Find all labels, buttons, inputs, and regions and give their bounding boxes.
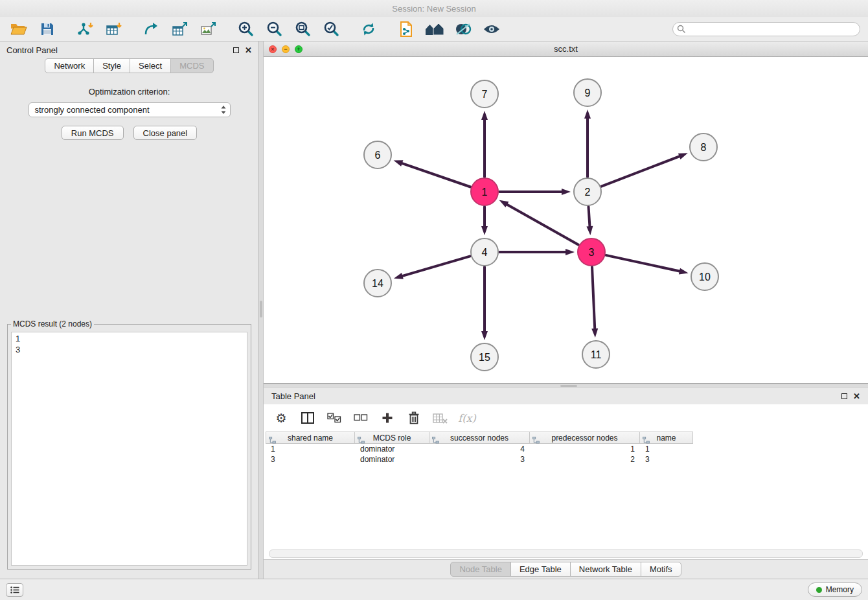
graph-edge-2-9[interactable] (584, 110, 591, 177)
cell-MCDS-role[interactable]: dominator (355, 454, 429, 465)
graph-node-10[interactable]: 10 (691, 263, 718, 290)
function-builder-button[interactable]: f(x) (459, 410, 475, 426)
cell-successor-nodes[interactable]: 3 (429, 454, 530, 465)
graph-node-1[interactable]: 1 (471, 178, 498, 205)
refresh-icon (361, 21, 376, 37)
control-tab-network[interactable]: Network (45, 58, 94, 73)
show-panels-button[interactable] (6, 583, 23, 597)
horizontal-splitter[interactable] (264, 384, 868, 387)
cell-successor-nodes[interactable]: 4 (429, 444, 530, 454)
control-tab-style[interactable]: Style (93, 58, 130, 73)
table-tab-motifs[interactable]: Motifs (641, 562, 681, 577)
graph-node-7[interactable]: 7 (471, 80, 498, 108)
apply-layout-button[interactable] (358, 19, 380, 39)
show-graphics-details-button[interactable] (481, 19, 503, 39)
delete-rows-button[interactable] (405, 410, 422, 426)
table-row[interactable]: 1dominator411 (266, 444, 868, 454)
graph-edge-4-15[interactable] (481, 267, 488, 340)
cell-predecessor-nodes[interactable]: 1 (530, 444, 640, 454)
table-row[interactable]: 3dominator323 (266, 454, 868, 465)
table-tab-edge-table[interactable]: Edge Table (510, 562, 571, 577)
float-table-panel-icon[interactable] (841, 393, 847, 399)
close-table-panel-icon[interactable]: ✕ (853, 392, 860, 400)
graph-node-8[interactable]: 8 (690, 133, 717, 161)
export-image-button[interactable] (197, 19, 219, 39)
import-network-button[interactable] (74, 19, 96, 39)
close-panel-button[interactable]: Close panel (133, 126, 198, 140)
graph-node-3[interactable]: 3 (578, 238, 605, 266)
graph-node-4[interactable]: 4 (471, 238, 498, 266)
close-panel-icon[interactable]: ✕ (245, 46, 252, 54)
split-column-button[interactable] (299, 410, 316, 426)
control-tab-mcds[interactable]: MCDS (170, 58, 213, 73)
graph-edge-4-3[interactable] (499, 249, 575, 255)
criterion-dropdown[interactable]: strongly connected component (29, 102, 231, 117)
graph-node-6[interactable]: 6 (364, 141, 391, 168)
graph-edge-2-3[interactable] (586, 207, 593, 235)
cell-name[interactable]: 3 (640, 454, 693, 465)
column-header-MCDS-role[interactable]: MCDS role (355, 432, 429, 444)
export-network-button[interactable] (140, 19, 162, 39)
add-column-button[interactable] (379, 410, 396, 426)
export-table-button[interactable] (168, 19, 190, 39)
mcds-home-button[interactable] (424, 19, 446, 39)
mcds-result-item[interactable]: 1 (16, 333, 243, 344)
search-input[interactable] (672, 22, 860, 36)
vertical-splitter-handle[interactable] (260, 301, 262, 317)
zoom-selected-button[interactable] (320, 19, 342, 39)
graph-node-14[interactable]: 14 (364, 270, 391, 297)
memory-button[interactable]: Memory (808, 583, 862, 597)
zoom-out-button[interactable] (263, 19, 285, 39)
open-session-button[interactable] (8, 19, 30, 39)
column-header-name[interactable]: name (640, 432, 693, 444)
svg-text:1: 1 (482, 187, 488, 198)
table-tab-network-table[interactable]: Network Table (570, 562, 641, 577)
graph-edge-1-2[interactable] (499, 189, 571, 195)
graph-edge-1-4[interactable] (481, 207, 488, 235)
maximize-window-button[interactable]: + (295, 45, 303, 53)
column-header-successor-nodes[interactable]: successor nodes (429, 432, 530, 444)
import-table-button[interactable] (102, 19, 124, 39)
table-settings-button[interactable]: ⚙ (273, 410, 290, 426)
network-canvas[interactable]: 7968124310141511 (264, 57, 868, 383)
cell-shared-name[interactable]: 3 (266, 454, 355, 465)
column-header-shared-name[interactable]: shared name (266, 432, 355, 444)
graph-edge-2-8[interactable] (601, 153, 687, 186)
mcds-result-item[interactable]: 3 (16, 344, 243, 355)
graph-edge-3-10[interactable] (606, 255, 688, 275)
mcds-panel-body: Optimization criterion: strongly connect… (0, 78, 258, 579)
graph-edge-3-1[interactable] (499, 200, 578, 245)
graph-edge-4-14[interactable] (394, 256, 470, 279)
select-all-rows-button[interactable] (326, 410, 343, 426)
save-session-button[interactable] (36, 19, 58, 39)
graph-edge-1-6[interactable] (394, 160, 471, 187)
table-tab-node-table[interactable]: Node Table (450, 562, 511, 577)
graph-node-9[interactable]: 9 (574, 79, 601, 106)
deselect-all-rows-button[interactable] (352, 410, 369, 426)
zoom-fit-button[interactable] (291, 19, 314, 39)
zoom-in-button[interactable] (234, 19, 257, 39)
control-tab-select[interactable]: Select (130, 58, 171, 73)
graph-node-15[interactable]: 15 (471, 343, 498, 371)
horizontal-splitter-handle[interactable] (560, 385, 577, 387)
column-header-predecessor-nodes[interactable]: predecessor nodes (530, 432, 640, 444)
run-mcds-button[interactable]: Run MCDS (62, 126, 124, 140)
new-network-from-file-button[interactable] (395, 19, 417, 39)
graph-edge-3-11[interactable] (591, 267, 598, 338)
graph-edge-1-7[interactable] (481, 111, 488, 177)
cell-MCDS-role[interactable]: dominator (355, 444, 429, 454)
table-panel: Table Panel ✕ ⚙ (264, 387, 868, 579)
cell-shared-name[interactable]: 1 (266, 444, 355, 454)
minimize-window-button[interactable]: − (282, 45, 290, 53)
cell-predecessor-nodes[interactable]: 2 (530, 454, 640, 465)
vertical-splitter[interactable] (259, 41, 264, 579)
close-window-button[interactable]: × (269, 45, 277, 53)
table-horizontal-scrollbar[interactable] (269, 549, 863, 558)
venn-analysis-button[interactable] (452, 19, 474, 39)
graph-node-2[interactable]: 2 (574, 178, 601, 205)
mcds-result-list[interactable]: 13 (11, 332, 247, 566)
float-panel-icon[interactable] (233, 47, 239, 53)
memory-status-icon (816, 587, 822, 593)
delete-column-button[interactable] (432, 410, 449, 426)
graph-node-11[interactable]: 11 (582, 341, 610, 368)
